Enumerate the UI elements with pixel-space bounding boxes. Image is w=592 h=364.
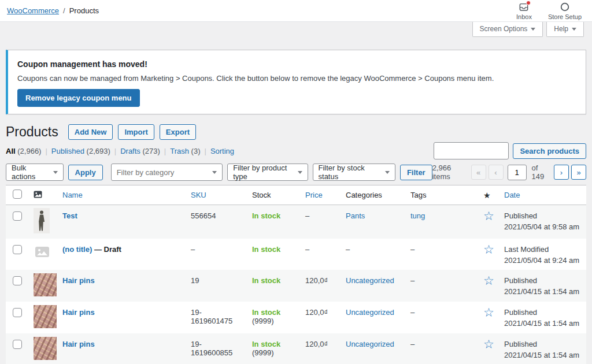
- apply-button[interactable]: Apply: [68, 165, 103, 180]
- filter-product-type-select[interactable]: Filter by product type: [227, 164, 308, 181]
- sku-cell: 19-1619600855: [185, 333, 246, 364]
- table-row: Hair pins 19-1619600855 In stock (9999) …: [6, 333, 586, 364]
- categories-cell: Uncategorized: [340, 302, 405, 333]
- last-page-button[interactable]: »: [571, 165, 586, 180]
- table-row: Test 556654 In stock – Pants tung ☆ Publ…: [6, 205, 586, 239]
- view-drafts[interactable]: Drafts (273): [120, 147, 160, 155]
- products-table: Name SKU Stock Price Categories Tags ★ D…: [6, 185, 586, 364]
- featured-star-icon[interactable]: ☆: [483, 243, 494, 255]
- price-cell: 120,0₫: [299, 302, 340, 333]
- row-checkbox[interactable]: [13, 308, 22, 317]
- category-link[interactable]: Uncategorized: [346, 276, 394, 285]
- product-name-link[interactable]: (no title): [62, 245, 92, 254]
- view-all[interactable]: All (2,966): [6, 147, 41, 155]
- view-published[interactable]: Published (2,693): [51, 147, 110, 155]
- filter-stock-status-select[interactable]: Filter by stock status: [313, 164, 395, 181]
- product-thumbnail: [34, 208, 50, 233]
- row-checkbox[interactable]: [13, 340, 22, 349]
- category-link[interactable]: Pants: [346, 211, 365, 220]
- categories-cell: Pants: [340, 205, 405, 239]
- stock-cell: In stock (9999): [246, 302, 299, 333]
- current-page-input[interactable]: [508, 165, 527, 180]
- next-page-button[interactable]: ›: [554, 165, 569, 180]
- row-checkbox[interactable]: [13, 211, 22, 221]
- filter-category-select[interactable]: Filter by category: [111, 164, 223, 181]
- remove-legacy-coupon-button[interactable]: Remove legacy coupon menu: [17, 89, 140, 107]
- import-button[interactable]: Import: [118, 124, 154, 140]
- view-trash[interactable]: Trash (3): [170, 147, 200, 155]
- add-new-button[interactable]: Add New: [68, 124, 113, 140]
- chevron-down-icon: [572, 28, 576, 31]
- view-separator: |: [164, 147, 166, 155]
- inbox-unread-badge: [526, 1, 531, 5]
- column-header-price[interactable]: Price: [305, 191, 323, 199]
- prev-page-button[interactable]: ‹: [489, 165, 504, 180]
- product-thumbnail: [34, 273, 57, 296]
- column-header-name[interactable]: Name: [62, 191, 83, 199]
- product-name-link[interactable]: Hair pins: [62, 340, 95, 348]
- row-checkbox[interactable]: [13, 245, 22, 254]
- bulk-actions-select[interactable]: Bulk actions: [6, 164, 64, 181]
- help-label: Help: [554, 25, 568, 33]
- activity-panel: Inbox Store Setup: [516, 2, 582, 20]
- select-all-checkbox[interactable]: [13, 190, 22, 199]
- table-header-row: Name SKU Stock Price Categories Tags ★ D…: [6, 185, 586, 205]
- featured-star-icon[interactable]: ☆: [483, 338, 494, 350]
- featured-star-icon[interactable]: ☆: [483, 210, 494, 222]
- date-cell: Published 2021/04/15 at 1:54 am: [498, 333, 586, 364]
- chevron-down-icon: [385, 171, 390, 174]
- featured-star-icon[interactable]: ☆: [483, 306, 494, 318]
- breadcrumb-current: Products: [69, 6, 99, 15]
- search-products-button[interactable]: Search products: [513, 143, 586, 159]
- row-checkbox[interactable]: [13, 276, 22, 285]
- product-status-suffix: — Draft: [92, 245, 121, 254]
- filter-button[interactable]: Filter: [400, 165, 432, 180]
- inbox-label: Inbox: [516, 13, 532, 20]
- page-title: Products: [6, 124, 58, 140]
- table-row: (no title) — Draft – In stock – – – ☆ La…: [6, 239, 586, 270]
- view-sorting[interactable]: Sorting: [210, 147, 234, 155]
- column-header-date[interactable]: Date: [504, 191, 520, 199]
- tags-cell: –: [405, 302, 478, 333]
- image-column-header: [28, 185, 57, 205]
- breadcrumb-separator: /: [63, 6, 65, 15]
- inbox-button[interactable]: Inbox: [516, 2, 532, 20]
- category-link[interactable]: Uncategorized: [346, 308, 394, 317]
- search-box: Search products: [434, 142, 586, 159]
- breadcrumb-woocommerce-link[interactable]: WooCommerce: [7, 6, 59, 15]
- export-button[interactable]: Export: [160, 124, 196, 140]
- first-page-button[interactable]: «: [471, 165, 486, 180]
- featured-column-icon: ★: [483, 191, 491, 200]
- chevron-down-icon: [531, 28, 535, 31]
- filter-category-label: Filter by category: [117, 168, 175, 177]
- stock-cell: In stock (9999): [246, 333, 299, 364]
- stock-cell: In stock: [246, 270, 299, 302]
- notice-body: Coupons can now be managed from Marketin…: [17, 74, 576, 83]
- date-cell: Published 2021/05/04 at 9:58 am: [498, 205, 586, 239]
- screen-options-button[interactable]: Screen Options: [472, 22, 543, 37]
- filter-stock-status-label: Filter by stock status: [319, 164, 379, 181]
- categories-cell: Uncategorized: [340, 333, 405, 364]
- price-cell: –: [299, 205, 340, 239]
- help-button[interactable]: Help: [546, 22, 584, 37]
- search-input[interactable]: [434, 142, 509, 159]
- tag-link[interactable]: tung: [410, 211, 425, 220]
- store-setup-button[interactable]: Store Setup: [548, 2, 582, 20]
- price-cell: 120,0₫: [299, 333, 340, 364]
- screen-meta-tabs: Screen Options Help: [0, 22, 592, 37]
- featured-star-icon[interactable]: ☆: [483, 274, 494, 287]
- chevron-down-icon: [212, 171, 217, 174]
- screen-options-label: Screen Options: [480, 25, 528, 33]
- product-name-link[interactable]: Hair pins: [62, 308, 95, 317]
- store-setup-label: Store Setup: [548, 13, 582, 20]
- notice-title: Coupon management has moved!: [17, 60, 576, 69]
- date-cell: Last Modified 2021/05/04 at 9:24 am: [498, 239, 586, 270]
- product-name-link[interactable]: Hair pins: [62, 276, 95, 285]
- column-header-sku[interactable]: SKU: [191, 191, 206, 199]
- view-filter-links: All (2,966) | Published (2,693) | Drafts…: [6, 147, 234, 155]
- page-header: Products Add New Import Export: [6, 124, 586, 140]
- bulk-actions-label: Bulk actions: [12, 164, 47, 181]
- product-name-link[interactable]: Test: [62, 211, 77, 220]
- category-link[interactable]: Uncategorized: [346, 340, 394, 348]
- views-row: All (2,966) | Published (2,693) | Drafts…: [6, 142, 586, 159]
